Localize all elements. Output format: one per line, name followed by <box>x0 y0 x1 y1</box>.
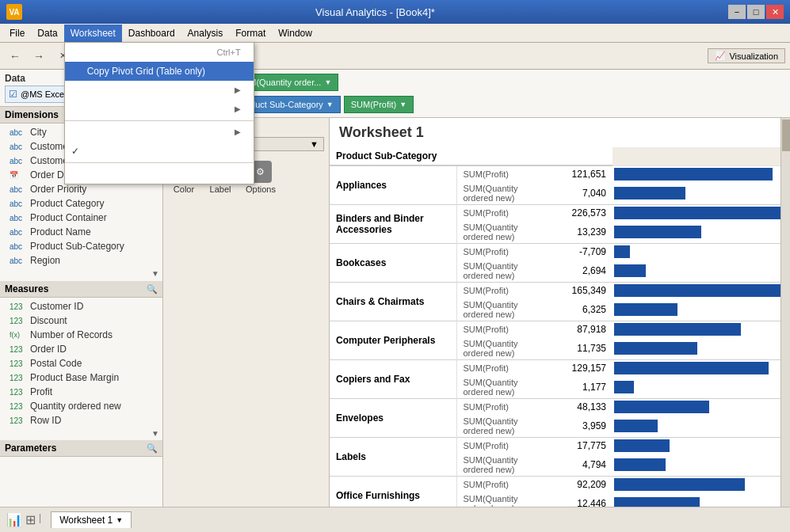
field-product-name-label: Product Name <box>30 226 91 238</box>
field-product-name[interactable]: abc Product Name <box>0 225 162 239</box>
val2: 4,794 <box>551 454 613 477</box>
title-bar: VA Visual Analytics - [Book4]* − □ ✕ <box>0 0 790 24</box>
cat-label: Labels <box>330 437 456 476</box>
field-postal-code[interactable]: 123 Postal Code <box>0 356 162 370</box>
dropdown-export-to[interactable]: Export To ▶ <box>65 81 254 100</box>
val1: 121,651 <box>551 165 613 182</box>
menu-file[interactable]: File <box>3 25 31 42</box>
table-row: Binders and Binder Accessories SUM(Profi… <box>330 204 790 221</box>
bar-td <box>613 359 790 376</box>
back-button[interactable]: ← <box>5 46 25 66</box>
dropdown-show-title[interactable]: ✓ Show Title <box>65 142 254 161</box>
val2: 12,446 <box>551 492 613 507</box>
bar-fill <box>614 284 780 297</box>
worksheet-dropdown: New Worksheet Ctrl+T Copy Pivot Grid (Ta… <box>64 42 254 184</box>
metric-label: SUM(Profit) <box>456 359 551 376</box>
dropdown-duplicate-pivot[interactable]: Duplicate As Pivot Grid <box>65 165 254 184</box>
cat-label: Binders and Binder Accessories <box>330 204 456 243</box>
parameters-search-icon[interactable]: 🔍 <box>147 443 158 454</box>
field-product-container[interactable]: abc Product Container <box>0 211 162 225</box>
metric-label: SUM(Quantity ordered new) <box>456 221 551 244</box>
app-icon: VA <box>6 4 22 20</box>
table-row: Chairs & Chairmats SUM(Profit) 165,349 <box>330 282 790 298</box>
field-product-base-margin[interactable]: 123 Product Base Margin <box>0 370 162 385</box>
field-type-icon: 123 <box>10 402 27 411</box>
field-type-icon: 123 <box>10 388 27 397</box>
measures-search-icon[interactable]: 🔍 <box>147 284 158 294</box>
metric-label: SUM(Profit) <box>456 437 551 454</box>
worksheet-tab[interactable]: Worksheet 1 ▼ <box>51 511 132 528</box>
close-button[interactable]: ✕ <box>766 5 784 19</box>
scrollbar[interactable] <box>780 118 790 507</box>
field-type-icon: 123 <box>10 374 27 382</box>
field-num-records[interactable]: f(x) Number of Records <box>0 328 162 342</box>
field-customer-id-label: Customer ID <box>30 301 83 312</box>
bar-td <box>613 437 790 454</box>
bar-td <box>613 376 790 399</box>
menu-format[interactable]: Format <box>229 25 272 42</box>
new-sheet-icon[interactable]: 📊 <box>6 512 22 527</box>
field-order-id[interactable]: 123 Order ID <box>0 342 162 356</box>
field-type-icon: abc <box>10 128 27 137</box>
menu-data[interactable]: Data <box>31 25 63 42</box>
bottom-icons: 📊 ⊞ | <box>6 512 41 527</box>
rows-sum-profit-pill[interactable]: SUM(Profit) ▼ <box>344 96 414 113</box>
dimensions-collapse-btn[interactable]: ▼ <box>151 269 159 278</box>
field-num-records-label: Number of Records <box>30 329 113 340</box>
bar-td <box>613 321 790 337</box>
bar-fill <box>614 264 646 277</box>
bar-td <box>613 221 790 244</box>
dropdown-clear[interactable]: Clear ▶ <box>65 100 254 119</box>
metric-label: SUM(Quantity ordered new) <box>456 492 551 507</box>
bar-td <box>613 243 790 260</box>
dropdown-copy-pivot[interactable]: Copy Pivot Grid (Table only) <box>65 62 254 81</box>
field-type-icon: abc <box>10 214 27 222</box>
field-region[interactable]: abc Region <box>0 253 162 268</box>
field-customer-id[interactable]: 123 Customer ID <box>0 299 162 314</box>
new-dashboard-icon[interactable]: ⊞ <box>25 512 36 527</box>
menu-analysis[interactable]: Analysis <box>181 25 230 42</box>
worksheet-title: Worksheet 1 <box>330 118 790 147</box>
field-qty-ordered[interactable]: 123 Quantity ordered new <box>0 399 162 413</box>
measures-list[interactable]: 123 Customer ID 123 Discount f(x) Number… <box>0 298 162 440</box>
dropdown-show-decks[interactable]: Show Decks ▶ <box>65 123 254 142</box>
bar-fill <box>614 342 697 355</box>
maximize-button[interactable]: □ <box>747 5 765 19</box>
metric-label: SUM(Quantity ordered new) <box>456 298 551 321</box>
table-row: Envelopes SUM(Profit) 48,133 <box>330 398 790 415</box>
viz-scroll[interactable]: Worksheet 1 Product Sub-Category <box>330 118 790 507</box>
data-source-name: @MS Excel <box>21 89 67 99</box>
field-city-label: City <box>30 127 47 138</box>
field-product-sub-category[interactable]: abc Product Sub-Category <box>0 239 162 253</box>
chart-icon: 📈 <box>715 51 726 61</box>
minimize-button[interactable]: − <box>728 5 746 19</box>
dropdown-new-worksheet[interactable]: New Worksheet Ctrl+T <box>65 43 254 62</box>
field-type-icon: 123 <box>10 345 27 354</box>
bar-td <box>613 454 790 477</box>
field-product-container-label: Product Container <box>30 212 107 223</box>
menu-dashboard[interactable]: Dashboard <box>122 25 181 42</box>
bar-fill <box>614 226 701 238</box>
field-discount[interactable]: 123 Discount <box>0 314 162 328</box>
field-product-category[interactable]: abc Product Category <box>0 196 162 211</box>
val2: 7,040 <box>551 182 613 205</box>
val2: 1,177 <box>551 376 613 399</box>
field-type-icon: abc <box>10 256 27 265</box>
menu-worksheet[interactable]: Worksheet New Worksheet Ctrl+T Copy Pivo… <box>64 25 122 42</box>
measures-header: Measures 🔍 <box>0 281 162 298</box>
field-profit[interactable]: 123 Profit <box>0 385 162 399</box>
forward-button[interactable]: → <box>29 46 49 66</box>
bar-fill <box>614 497 700 507</box>
visualization-button[interactable]: 📈 Visualization <box>708 48 785 63</box>
val1: 48,133 <box>551 398 613 415</box>
val1: 226,573 <box>551 204 613 221</box>
measures-collapse-btn[interactable]: ▼ <box>151 429 159 438</box>
field-order-priority[interactable]: abc Order Priority <box>0 182 162 196</box>
field-row-id[interactable]: 123 Row ID <box>0 413 162 428</box>
metric-label: SUM(Profit) <box>456 476 551 492</box>
table-row: Bookcases SUM(Profit) -7,709 <box>330 243 790 260</box>
menu-window[interactable]: Window <box>272 25 319 42</box>
cat-label: Appliances <box>330 165 456 204</box>
menu-bar: File Data Worksheet New Worksheet Ctrl+T… <box>0 24 790 43</box>
table-row: Office Furnishings SUM(Profit) 92,209 <box>330 476 790 492</box>
